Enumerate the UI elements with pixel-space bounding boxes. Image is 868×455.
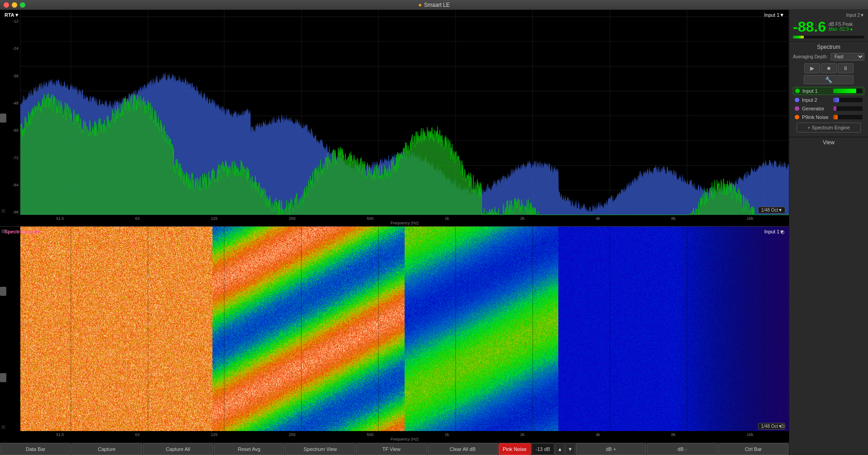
generator-level-fill [833,106,836,111]
channel-p9ink[interactable]: P9ink Noise [793,114,864,121]
input2-level-bar [833,98,863,102]
reset-avg-button[interactable]: Reset Avg [214,443,284,455]
p9ink-level-bar [833,115,863,119]
averaging-depth-label: Averaging Depth: [793,54,828,59]
spectro-panel: ☒ Spectrograph♥ Input 1▼ ⚙ 1/48 Oct▼ 31.… [0,227,789,443]
p9ink-dot [795,115,799,119]
spectro-gear[interactable]: ⚙ [780,423,785,430]
rta-scroll-handle[interactable] [0,114,6,123]
rta-x-title: Frequency (Hz) [391,221,419,225]
pink-noise-button[interactable]: Pink Noise [499,443,531,455]
view-title: View [793,139,864,146]
ctrl-bar-button[interactable]: Ctrl Bar [718,443,788,455]
meter-bar [793,36,864,38]
clear-all-db-button[interactable]: Clear All dB [428,443,498,455]
spectrum-section: Spectrum Averaging Depth: Fast Medium Sl… [789,42,868,137]
close-button[interactable] [4,2,9,8]
spectro-settings-icon[interactable]: ⚙ [780,229,785,236]
titlebar: ● Smaart LE [0,0,868,10]
db-up-button[interactable]: ▲ [555,443,565,455]
rta-x-axis: 31.5 63 125 250 500 1k 2k 4k 8k 16k Freq… [20,215,789,226]
averaging-depth-select[interactable]: Fast Medium Slow Very Slow [830,53,864,61]
view-section: View [789,137,868,455]
meter-bar-fill [793,36,804,38]
transport-controls: ▶ ■ ⏸ [793,63,864,73]
rta-resolution-badge[interactable]: 1/48 Oct▼ [758,207,785,213]
tf-view-button[interactable]: TF View [356,443,426,455]
data-bar-button[interactable]: Data Bar [0,443,71,455]
capture-all-button[interactable]: Capture All [143,443,213,455]
generator-dot [795,106,799,111]
p9ink-name: P9ink Noise [802,114,831,120]
app-title: ● Smaart LE [418,1,450,8]
db-down-button[interactable]: ▼ [566,443,575,455]
spectro-canvas [0,227,789,443]
spectro-scroll-handle-bot[interactable] [0,373,6,382]
rta-minimize[interactable]: ☒ [1,209,5,213]
channel-input1[interactable]: Input 1 [793,87,864,95]
input1-level-bar [833,89,862,93]
input2-name: Input 2 [802,97,831,103]
right-panel: Input 2▼ -88.6 dB FS Peak Max -52.9 ● Sp… [789,10,868,455]
input1-level-fill [833,89,856,93]
bottom-toolbar: Data Bar Capture Capture All Reset Avg S… [0,442,789,455]
channel-generator[interactable]: Generator [793,105,864,112]
spectro-x-title: Frequency (Hz) [391,437,419,441]
settings-button[interactable]: 🔧 [804,75,854,84]
play-button[interactable]: ▶ [804,63,820,73]
generator-name: Generator [802,106,831,111]
minimize-button[interactable] [12,2,17,8]
meter-max-label: Max -52.9 ● [829,27,853,32]
p9ink-level-fill [833,115,838,119]
spectrum-engine-button[interactable]: + Spectrum Engine [797,123,861,133]
meter-db-value: -88.6 [793,19,827,34]
app-icon: ● [418,1,422,8]
meter-fs-label: dB FS Peak [829,22,853,27]
db-minus-button[interactable]: dB - [647,443,717,455]
db-plus-button[interactable]: dB + [576,443,646,455]
rta-label[interactable]: RTA▼ [5,12,19,18]
input2-dot [795,98,799,102]
spectrum-title: Spectrum [793,44,864,50]
rta-canvas [0,10,789,226]
spectro-label[interactable]: Spectrograph♥ [5,229,40,234]
pause-button[interactable]: ⏸ [838,63,854,73]
rta-panel: RTA▼ Input 1▼ -12 -24 -36 -48 -60 -72 -8… [0,10,789,227]
traffic-lights [4,2,25,8]
rta-input-selector[interactable]: Input 1▼ [764,12,784,18]
spectro-minimize[interactable]: ☒ [1,424,5,430]
spectro-x-axis: 31.5 63 125 250 500 1k 2k 4k 8k 16k Freq… [20,431,789,442]
maximize-button[interactable] [20,2,25,8]
capture-button[interactable]: Capture [71,443,142,455]
input1-dot [795,89,800,93]
spectrum-view-button[interactable]: Spectrum View [285,443,355,455]
stop-button[interactable]: ■ [821,63,837,73]
input1-name: Input 1 [802,88,831,94]
input2-selector[interactable]: Input 2▼ [846,13,864,18]
spectro-scroll-handle-top[interactable] [0,287,6,296]
input2-level-fill [833,98,839,102]
channel-input2[interactable]: Input 2 [793,96,864,104]
input-meter: Input 2▼ -88.6 dB FS Peak Max -52.9 ● [789,10,868,42]
db-value-display: -13 dB [532,443,554,455]
chart-area: RTA▼ Input 1▼ -12 -24 -36 -48 -60 -72 -8… [0,10,789,455]
generator-level-bar [833,106,863,111]
